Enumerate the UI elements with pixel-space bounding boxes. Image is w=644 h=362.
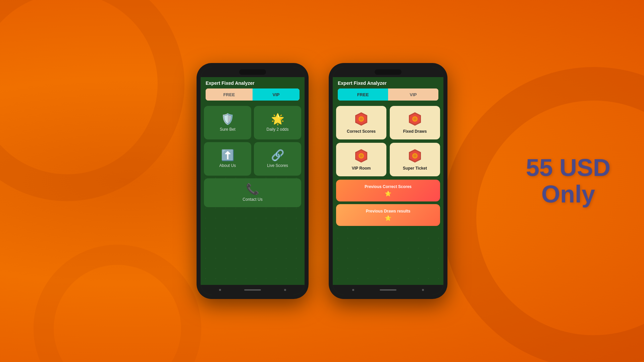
contact-us-button[interactable]: 📞 Contact Us [204, 178, 301, 207]
main-content: Expert Fixed Analyzer FREE VIP [0, 0, 644, 362]
phone-2-vip-grid: Correct Scores [336, 106, 440, 176]
phone-1-tab-bar: FREE VIP [206, 88, 300, 101]
tab-free-1[interactable]: FREE [206, 88, 253, 101]
phone-2-title: Expert Fixed Analyzer [338, 80, 438, 86]
phone-1-notch [239, 69, 266, 75]
svg-point-15 [413, 154, 417, 158]
about-us-label: About Us [219, 163, 236, 168]
bottom-indicator-4 [422, 289, 424, 291]
phone-1-screen: Expert Fixed Analyzer FREE VIP [201, 67, 305, 295]
phone-1: Expert Fixed Analyzer FREE VIP [197, 63, 309, 299]
vip-room-button[interactable]: VIP Room [336, 143, 386, 176]
contact-icon: 📞 [246, 184, 259, 194]
phone-1-body: 🛡️ Sure Bet 🌟 Daily 2 odds ⬆️ [201, 103, 305, 285]
live-scores-icon: 🔗 [271, 150, 284, 161]
bottom-line-1 [244, 289, 261, 291]
fixed-draws-button[interactable]: Fixed Draws [390, 106, 440, 139]
price-only: Only [526, 181, 610, 207]
sure-bet-label: Sure Bet [220, 127, 235, 132]
prev-draws-icon: ⭐ [385, 215, 391, 221]
svg-point-11 [360, 154, 363, 158]
super-ticket-button[interactable]: Super Ticket [390, 143, 440, 176]
phone-2-screen: Expert Fixed Analyzer FREE VIP [333, 67, 443, 295]
fixed-draws-icon [408, 112, 422, 126]
fixed-draws-label: Fixed Draws [403, 129, 427, 134]
svg-point-7 [413, 117, 417, 121]
phone-2-notch [375, 69, 401, 75]
bottom-indicator-3 [352, 289, 354, 291]
contact-label: Contact Us [243, 197, 262, 202]
prev-correct-scores-icon: ⭐ [385, 190, 391, 197]
about-us-icon: ⬆️ [221, 150, 234, 161]
phone-1-header: Expert Fixed Analyzer FREE VIP [201, 77, 305, 103]
svg-point-3 [360, 117, 363, 121]
vip-room-label: VIP Room [352, 166, 371, 171]
phone-2: Expert Fixed Analyzer FREE VIP [329, 63, 447, 299]
phone-1-top-bar [201, 67, 305, 77]
phone-2-bottom-bar [333, 285, 443, 295]
vip-room-icon [354, 148, 369, 163]
super-ticket-icon [408, 148, 422, 163]
super-ticket-label: Super Ticket [403, 166, 427, 171]
price-section: 55 USD Only [526, 155, 610, 207]
phone-2-body-inner: Correct Scores [336, 106, 440, 226]
about-us-button[interactable]: ⬆️ About Us [204, 142, 251, 176]
correct-scores-button[interactable]: Correct Scores [336, 106, 386, 139]
prev-correct-scores-label: Previous Correct Scores [365, 184, 412, 189]
sure-bet-button[interactable]: 🛡️ Sure Bet [204, 106, 251, 139]
phone-1-bottom-bar [201, 285, 305, 295]
correct-scores-label: Correct Scores [347, 129, 376, 134]
tab-vip-2[interactable]: VIP [388, 88, 438, 101]
phone-1-title: Expert Fixed Analyzer [206, 80, 300, 86]
bottom-indicator-1 [219, 289, 221, 291]
bottom-line-2 [380, 289, 396, 291]
tab-vip-1[interactable]: VIP [253, 88, 300, 101]
prev-draws-label: Previous Draws results [366, 209, 411, 214]
phone-2-top-bar [333, 67, 443, 77]
daily-odds-button[interactable]: 🌟 Daily 2 odds [254, 106, 301, 139]
price-amount: 55 USD [526, 155, 610, 181]
daily-odds-icon: 🌟 [271, 114, 284, 124]
correct-scores-icon [354, 112, 369, 126]
phone-2-tab-bar: FREE VIP [338, 88, 438, 101]
live-scores-label: Live Scores [267, 163, 288, 168]
daily-odds-label: Daily 2 odds [266, 127, 288, 132]
phone-2-body: Correct Scores [333, 103, 443, 285]
tab-free-2[interactable]: FREE [338, 88, 388, 101]
phone-1-body-inner: 🛡️ Sure Bet 🌟 Daily 2 odds ⬆️ [204, 106, 301, 207]
phone-1-menu-grid: 🛡️ Sure Bet 🌟 Daily 2 odds ⬆️ [204, 106, 301, 176]
sure-bet-icon: 🛡️ [221, 114, 234, 124]
phone-2-header: Expert Fixed Analyzer FREE VIP [333, 77, 443, 103]
prev-correct-scores-button[interactable]: Previous Correct Scores ⭐ [336, 180, 440, 201]
live-scores-button[interactable]: 🔗 Live Scores [254, 142, 301, 176]
bottom-indicator-2 [284, 289, 286, 291]
prev-draws-button[interactable]: Previous Draws results ⭐ [336, 204, 440, 226]
